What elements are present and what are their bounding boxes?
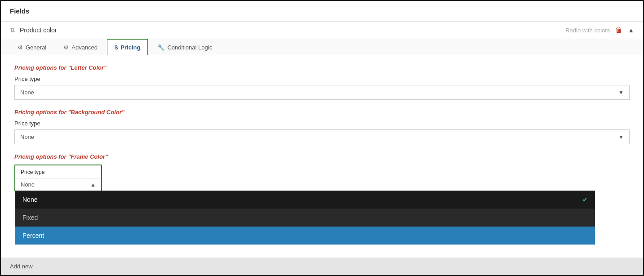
dropdown-option-percent[interactable]: Percent — [15, 227, 595, 245]
field-label: Product color — [20, 27, 57, 34]
pricing-tab-icon: $ — [115, 44, 118, 51]
tab-advanced[interactable]: ⚙ Advanced — [56, 39, 105, 55]
background-color-select[interactable]: None ▼ — [14, 129, 630, 144]
frame-color-dropdown-open[interactable]: Price type None ▲ None ✔ Fixed — [14, 165, 102, 191]
frame-price-type-header: Price type — [15, 165, 101, 178]
background-color-section: Pricing options for "Background Color" P… — [14, 109, 630, 144]
field-row-right: Radio with colors 🗑 ▲ — [565, 26, 634, 34]
letter-select-arrow: ▼ — [618, 89, 624, 96]
bg-select-value: None — [20, 134, 34, 140]
dropdown-none-check-icon: ✔ — [582, 196, 588, 203]
tab-conditional-label: Conditional Logic — [167, 44, 212, 51]
frame-color-title: Pricing options for "Frame Color" — [14, 153, 630, 160]
background-color-title: Pricing options for "Background Color" — [14, 109, 630, 116]
frame-dropdown-list: None ✔ Fixed Percent — [15, 191, 595, 245]
frame-select-input[interactable]: None ▲ — [15, 178, 101, 191]
tab-general-label: General — [26, 44, 46, 51]
tab-general[interactable]: ⚙ General — [10, 39, 54, 55]
background-color-price-type: Price type None ▼ — [14, 120, 630, 144]
letter-select-value: None — [20, 89, 34, 96]
letter-color-section: Pricing options for "Letter Color" Price… — [14, 64, 630, 100]
frame-dropdown-arrow-icon: ▲ — [90, 182, 96, 188]
tab-pricing-label: Pricing — [120, 44, 140, 51]
conditional-tab-icon: 🔧 — [157, 44, 164, 51]
bg-select-arrow: ▼ — [618, 134, 624, 140]
frame-price-type-label: Price type — [21, 169, 44, 175]
page-title: Fields — [10, 7, 29, 15]
tab-pricing[interactable]: $ Pricing — [107, 39, 148, 55]
collapse-icon[interactable]: ▲ — [628, 27, 634, 34]
letter-price-type-label: Price type — [14, 76, 630, 82]
field-row-left: ⇅ Product color — [10, 27, 57, 34]
advanced-tab-icon: ⚙ — [63, 44, 69, 51]
dropdown-option-none[interactable]: None ✔ — [15, 191, 595, 209]
tab-conditional-logic[interactable]: 🔧 Conditional Logic — [150, 39, 220, 55]
frame-select-value: None — [21, 181, 35, 188]
add-new-link[interactable]: Add new — [10, 263, 33, 270]
bg-price-type-label: Price type — [14, 120, 630, 127]
dropdown-percent-label: Percent — [22, 232, 44, 239]
letter-color-select[interactable]: None ▼ — [14, 85, 630, 100]
general-tab-icon: ⚙ — [18, 44, 23, 51]
page-wrapper: Fields ⇅ Product color Radio with colors… — [0, 0, 644, 276]
field-type-label: Radio with colors — [565, 27, 610, 34]
letter-color-title: Pricing options for "Letter Color" — [14, 64, 630, 71]
dropdown-none-label: None — [22, 196, 37, 203]
frame-color-section: Pricing options for "Frame Color" Price … — [14, 153, 630, 191]
tabs-bar: ⚙ General ⚙ Advanced $ Pricing 🔧 Conditi… — [1, 39, 643, 55]
dropdown-option-fixed[interactable]: Fixed — [15, 209, 595, 227]
field-row: ⇅ Product color Radio with colors 🗑 ▲ — [1, 22, 643, 39]
tab-advanced-label: Advanced — [71, 44, 98, 51]
content-area: Pricing options for "Letter Color" Price… — [1, 55, 643, 209]
delete-icon[interactable]: 🗑 — [615, 26, 622, 34]
page-header: Fields — [1, 1, 643, 22]
dropdown-fixed-label: Fixed — [22, 214, 38, 221]
sort-icon: ⇅ — [10, 27, 15, 34]
bottom-bar: Add new — [1, 258, 643, 275]
letter-color-price-type: Price type None ▼ — [14, 76, 630, 100]
